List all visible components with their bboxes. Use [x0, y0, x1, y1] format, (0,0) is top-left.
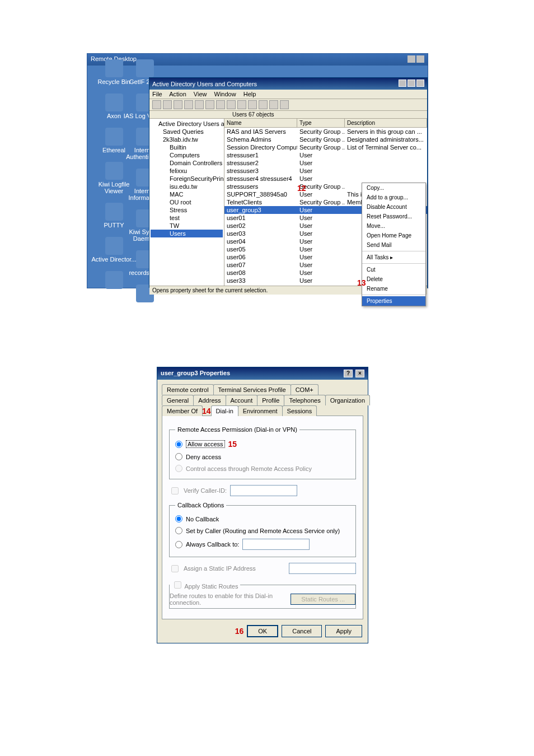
menu-action[interactable]: Action	[169, 91, 186, 97]
radio-no-callback-input[interactable]	[175, 515, 182, 522]
tab-sessions[interactable]: Sessions	[282, 405, 317, 416]
radio-set-by-caller-input[interactable]	[175, 527, 182, 534]
tree-felixxu[interactable]: felixxu	[151, 167, 223, 175]
radio-allow-input[interactable]	[175, 441, 182, 448]
tab-dial-in[interactable]: Dial-in	[211, 405, 238, 416]
context-item[interactable]: Properties	[362, 296, 425, 306]
back-icon[interactable]	[152, 100, 161, 109]
context-item[interactable]: Add to a group...	[362, 193, 425, 202]
list-row[interactable]: stressuser2User	[224, 159, 427, 167]
tree-dc[interactable]: Domain Controllers	[151, 159, 223, 167]
radio-allow-access[interactable]: Allow access 15	[175, 437, 350, 451]
radio-no-callback[interactable]: No Callback	[175, 513, 350, 525]
forward-icon[interactable]	[163, 100, 172, 109]
context-item[interactable]: Copy...	[362, 183, 425, 193]
verify-caller-checkbox	[171, 487, 179, 494]
context-item[interactable]: Send Mail	[362, 240, 425, 250]
static-routes-button: Static Routes ...	[291, 594, 355, 605]
tab-telephones[interactable]: Telephones	[284, 395, 325, 405]
tree-mac[interactable]: MAC	[151, 190, 223, 198]
tree-stress[interactable]: Stress	[151, 206, 223, 214]
copy-icon[interactable]	[195, 100, 204, 109]
aduc-titlebar[interactable]: Active Directory Users and Computers	[149, 78, 427, 90]
maximize-icon[interactable]	[407, 80, 415, 87]
menu-file[interactable]: File	[152, 91, 162, 97]
tree-saved-queries[interactable]: Saved Queries	[151, 128, 223, 136]
tab-com-plus[interactable]: COM+	[291, 384, 318, 395]
context-item[interactable]: Disable Account	[362, 202, 425, 212]
paste-icon[interactable]	[205, 100, 214, 109]
close-icon[interactable]: ×	[355, 370, 364, 377]
tab-terminal-services[interactable]: Terminal Services Profile	[213, 384, 291, 395]
tree-tw[interactable]: TW	[151, 222, 223, 230]
callback-group: Callback Options No Callback Set by Call…	[169, 502, 356, 557]
context-item[interactable]: Reset Password...	[362, 212, 425, 221]
context-item[interactable]: Rename	[362, 284, 425, 293]
tab-organization[interactable]: Organization	[325, 395, 370, 405]
tree-domain[interactable]: 2k3lab.idv.tw	[151, 136, 223, 143]
apply-button[interactable]: Apply	[325, 625, 362, 637]
aduc-menubar[interactable]: File Action View Window Help	[149, 90, 427, 99]
tab-general[interactable]: General	[162, 395, 194, 405]
tab-address[interactable]: Address	[193, 395, 226, 405]
list-row[interactable]: stressuser1User	[224, 151, 427, 159]
context-menu[interactable]: Copy...Add to a group...Disable AccountR…	[362, 183, 426, 306]
maximize-icon[interactable]	[416, 55, 424, 63]
cancel-button[interactable]: Cancel	[282, 625, 322, 637]
tab-account[interactable]: Account	[226, 395, 258, 405]
context-item[interactable]: Move...	[362, 221, 425, 231]
list-caption: Users 67 objects	[149, 111, 427, 119]
context-item[interactable]: All Tasks ▸	[362, 253, 425, 262]
radio-set-by-caller[interactable]: Set by Caller (Routing and Remote Access…	[175, 525, 350, 536]
tab-environment[interactable]: Environment	[238, 405, 283, 416]
help-icon[interactable]: ?	[344, 370, 353, 377]
help-icon[interactable]	[259, 100, 268, 109]
radio-deny-access[interactable]: Deny access	[175, 451, 350, 463]
tree-builtin[interactable]: Builtin	[151, 143, 223, 151]
radio-always-callback-input[interactable]	[175, 541, 182, 548]
cut-icon[interactable]	[184, 100, 193, 109]
list-row[interactable]: Schema AdminsSecurity Group ...Designate…	[224, 136, 427, 143]
menu-help[interactable]: Help	[243, 91, 256, 97]
up-icon[interactable]	[174, 100, 182, 109]
tab-remote-control[interactable]: Remote control	[162, 384, 214, 395]
list-row[interactable]: stressuser4 stressuser4User	[224, 175, 427, 183]
tab-member-of[interactable]: Member Of	[162, 405, 203, 416]
close-icon[interactable]	[416, 80, 424, 87]
tab-profile[interactable]: Profile	[257, 395, 284, 405]
dialog-titlebar[interactable]: user_group3 Properties ? ×	[157, 367, 368, 380]
tree-ouroot[interactable]: OU root	[151, 198, 223, 206]
tree-view[interactable]: Active Directory Users and Computer Save…	[149, 119, 224, 286]
tree-test[interactable]: test	[151, 214, 223, 222]
properties-dialog: user_group3 Properties ? × Remote contro…	[157, 367, 368, 643]
col-name[interactable]: Name	[224, 119, 297, 127]
menu-view[interactable]: View	[194, 91, 207, 97]
minimize-icon[interactable]	[407, 55, 415, 63]
list-row[interactable]: RAS and IAS ServersSecurity Group ...Ser…	[224, 128, 427, 136]
list-row[interactable]: stressuser3User	[224, 167, 427, 175]
assign-static-ip: Assign a Static IP Address	[169, 561, 356, 576]
col-description[interactable]: Description	[345, 119, 427, 127]
menu-window[interactable]: Window	[214, 91, 236, 97]
radio-always-callback[interactable]: Always Callback to:	[175, 536, 350, 552]
delete-icon[interactable]	[216, 100, 225, 109]
marker-14: 14	[202, 407, 211, 416]
tree-users[interactable]: Users	[151, 230, 223, 237]
find-icon[interactable]	[280, 100, 289, 109]
refresh-icon[interactable]	[237, 100, 246, 109]
tree-fsp[interactable]: ForeignSecurityPrincipals	[151, 175, 223, 183]
tree-root[interactable]: Active Directory Users and Computer	[151, 120, 223, 128]
context-item[interactable]: Open Home Page	[362, 231, 425, 240]
export-icon[interactable]	[248, 100, 257, 109]
tree-isu[interactable]: isu.edu.tw	[151, 183, 223, 190]
properties-icon[interactable]	[227, 100, 236, 109]
filter-icon[interactable]	[269, 100, 278, 109]
tree-computers[interactable]: Computers	[151, 151, 223, 159]
context-item[interactable]: Delete	[362, 274, 425, 284]
radio-deny-input[interactable]	[175, 453, 182, 460]
minimize-icon[interactable]	[399, 80, 406, 87]
col-type[interactable]: Type	[297, 119, 345, 127]
ok-button[interactable]: OK	[247, 625, 278, 637]
list-row[interactable]: Session Directory ComputersSecurity Grou…	[224, 143, 427, 151]
context-item[interactable]: Cut	[362, 265, 425, 274]
